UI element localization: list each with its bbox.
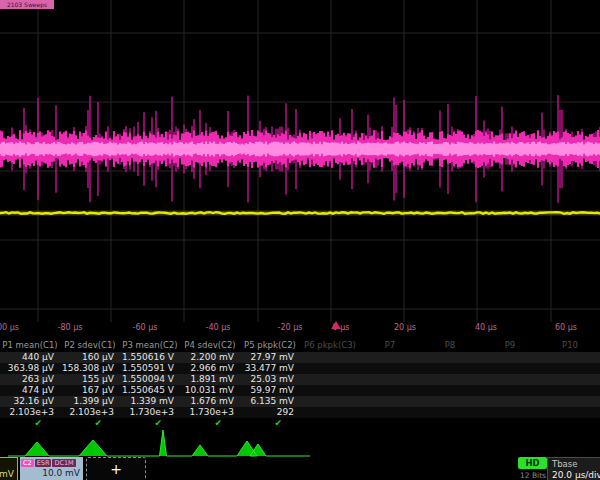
waveform-plot: [0, 0, 600, 322]
measurement-value: 474 µV: [0, 385, 60, 396]
measurement-value: 263 µV: [0, 374, 60, 385]
measurement-value: [420, 363, 480, 374]
measurement-value: [540, 352, 600, 363]
measurement-value: 2.200 mV: [180, 352, 240, 363]
c2-channel-label: C2: [21, 459, 34, 467]
measurement-value: 1.891 mV: [180, 374, 240, 385]
persistence-badge: 2103 Sweeps: [0, 0, 54, 9]
measurement-value: [420, 374, 480, 385]
measurement-value: 1.730e+3: [180, 407, 240, 418]
measurement-value: 155 µV: [60, 374, 120, 385]
measurement-value: 25.03 mV: [240, 374, 300, 385]
measurement-value: [300, 407, 360, 418]
measurement-value: [540, 374, 600, 385]
measurement-value: [540, 407, 600, 418]
c2-esr-badge: ESR: [35, 459, 52, 467]
measurement-column-header[interactable]: P9: [480, 339, 540, 352]
measurement-value: [420, 385, 480, 396]
measurement-value: [300, 396, 360, 407]
measurement-value: 1.550094 V: [120, 374, 180, 385]
timebase-scale: 20.0 µs/div: [548, 469, 600, 480]
measurement-value: 1.676 mV: [180, 396, 240, 407]
timebase-box[interactable]: Tbase 20.0 µs/div: [547, 457, 600, 480]
measurement-table: P1 mean(C1)P2 sdev(C1)P3 mean(C2)P4 sdev…: [0, 339, 600, 429]
measurement-value: 363.98 µV: [0, 363, 60, 374]
measurement-value: [360, 385, 420, 396]
measurement-value: [540, 396, 600, 407]
measurement-value: 1.550616 V: [120, 352, 180, 363]
measurement-value: 6.135 mV: [240, 396, 300, 407]
measurement-value: [480, 363, 540, 374]
c2-vertical-scale: 10.0 mV: [20, 468, 83, 479]
measurement-value: 2.966 mV: [180, 363, 240, 374]
measurement-value: [300, 374, 360, 385]
time-axis-label: -20 µs: [278, 323, 303, 332]
measurement-value: 1.730e+3: [120, 407, 180, 418]
oscilloscope-screen: 2103 Sweeps -100 µs-80 µs-60 µs-40 µs-20…: [0, 0, 600, 480]
time-axis: -100 µs-80 µs-60 µs-40 µs-20 µs0 µs20 µs…: [0, 322, 600, 337]
measurement-column-header[interactable]: P10: [540, 339, 600, 352]
measurement-value: 1.550645 V: [120, 385, 180, 396]
measurement-value: [480, 396, 540, 407]
histogram-path: [8, 430, 310, 456]
measurement-column-header[interactable]: P2 sdev(C1): [60, 339, 120, 352]
c1-vertical-scale: 10.0 mV: [0, 469, 17, 480]
measurement-column-header[interactable]: P6 pkpk(C3): [300, 339, 360, 352]
c1-trace: [0, 212, 600, 214]
c2-noise-core: [0, 142, 600, 157]
measurement-value: [300, 385, 360, 396]
measurement-value: [300, 363, 360, 374]
measurement-column-header[interactable]: P5 pkpk(C2): [240, 339, 300, 352]
measurement-value: 32.16 µV: [0, 396, 60, 407]
measurement-value: [360, 363, 420, 374]
measurement-value: 158.308 µV: [60, 363, 120, 374]
measurement-value: [300, 352, 360, 363]
measurement-value: [420, 407, 480, 418]
time-axis-label: 20 µs: [394, 323, 416, 332]
measurement-value: 1.399 µV: [60, 396, 120, 407]
measurement-value: [420, 396, 480, 407]
measurement-value: [480, 374, 540, 385]
measurement-value: 1.339 mV: [120, 396, 180, 407]
add-trace-button[interactable]: +: [86, 457, 146, 480]
timebase-title: Tbase: [548, 458, 600, 469]
measurement-value: [480, 352, 540, 363]
measurement-value: 33.477 mV: [240, 363, 300, 374]
measurement-value: 10.031 mV: [180, 385, 240, 396]
time-axis-label: 40 µs: [475, 323, 497, 332]
measurement-value: 59.97 mV: [240, 385, 300, 396]
measurement-column-header[interactable]: P7: [360, 339, 420, 352]
measurement-value: 160 µV: [60, 352, 120, 363]
measurement-value: [360, 396, 420, 407]
trigger-position-marker[interactable]: [331, 321, 341, 329]
time-axis-label: 60 µs: [555, 323, 577, 332]
time-axis-label: -100 µs: [0, 323, 19, 332]
measurement-value: [360, 374, 420, 385]
measurement-value: 292: [240, 407, 300, 418]
measurement-value: [420, 352, 480, 363]
measurement-column-header[interactable]: P8: [420, 339, 480, 352]
measurement-value: 440 µV: [0, 352, 60, 363]
time-axis-label: -80 µs: [58, 323, 83, 332]
measurement-column-header[interactable]: P4 sdev(C2): [180, 339, 240, 352]
histogram-trace: [0, 428, 600, 458]
measurement-value: 1.550591 V: [120, 363, 180, 374]
measurement-value: 2.103e+3: [0, 407, 60, 418]
measurement-value: [540, 385, 600, 396]
measurement-column-header[interactable]: P1 mean(C1): [0, 339, 60, 352]
measurement-value: 2.103e+3: [60, 407, 120, 418]
measurement-value: 167 µV: [60, 385, 120, 396]
time-axis-label: -40 µs: [206, 323, 231, 332]
channel-c1-descriptor[interactable]: C1 DC1M 10.0 mV: [0, 457, 18, 480]
measurement-value: [480, 385, 540, 396]
c2-coupling-badge: DC1M: [52, 459, 75, 467]
measurement-value: [480, 407, 540, 418]
measurement-value: [360, 352, 420, 363]
time-axis-label: -60 µs: [133, 323, 158, 332]
channel-c2-descriptor[interactable]: C2 ESR DC1M 10.0 mV: [20, 457, 83, 480]
hd-mode-badge[interactable]: HD: [518, 457, 547, 469]
measurement-column-header[interactable]: P3 mean(C2): [120, 339, 180, 352]
measurement-value: 27.97 mV: [240, 352, 300, 363]
measurement-value: [360, 407, 420, 418]
measurement-value: [540, 363, 600, 374]
